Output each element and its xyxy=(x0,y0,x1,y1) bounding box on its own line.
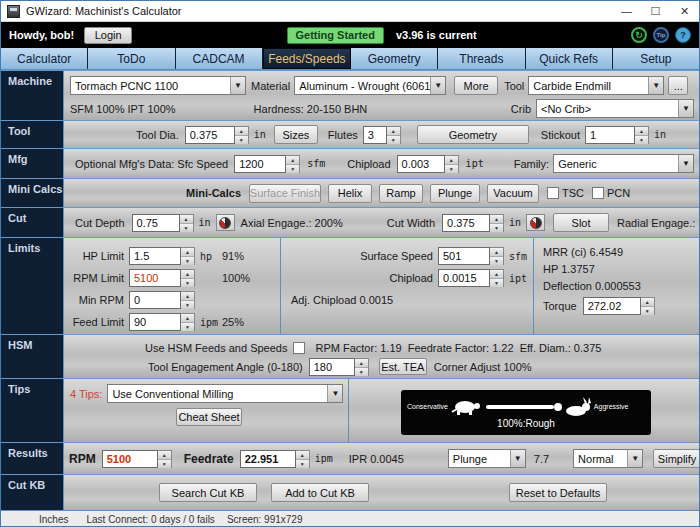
cut-width-label: Cut Width xyxy=(387,217,435,229)
sync-icon[interactable]: ↻ xyxy=(631,27,647,43)
crib-select[interactable]: <No Crib> ▼ xyxy=(536,99,694,118)
est-tea-button[interactable]: Est. TEA xyxy=(379,358,427,375)
tool-dia-input[interactable]: 0.375 xyxy=(185,126,235,144)
machine-select[interactable]: Tormach PCNC 1100 ▼ xyxy=(70,76,246,95)
flutes-input[interactable]: 3 xyxy=(363,126,387,144)
tool-select[interactable]: Carbide Endmill ▼ xyxy=(528,76,664,95)
tab-quick-refs[interactable]: Quick Refs xyxy=(526,48,613,69)
pcn-checkbox[interactable] xyxy=(592,187,604,199)
tip-select[interactable]: Use Conventional Milling ▼ xyxy=(107,384,343,403)
simplify-button[interactable]: Simplify xyxy=(653,449,700,468)
cut-width-input[interactable]: 0.375 xyxy=(442,214,490,232)
reset-defaults-button[interactable]: Reset to Defaults xyxy=(509,483,607,502)
tab-cadcam[interactable]: CADCAM xyxy=(176,48,263,69)
sizes-button[interactable]: Sizes xyxy=(274,125,318,144)
helix-button[interactable]: Helix xyxy=(328,184,372,203)
tab-geometry[interactable]: Geometry xyxy=(351,48,438,69)
aggressiveness-slider-knob[interactable] xyxy=(554,403,562,411)
stickout-input[interactable]: 1 xyxy=(585,126,635,144)
torque-stepper[interactable]: ▲▼ xyxy=(641,297,655,315)
slot-button[interactable]: Slot xyxy=(553,213,609,232)
crib-label: Crib xyxy=(511,103,531,115)
cut-depth-label: Cut Depth xyxy=(75,217,125,229)
tab-feeds-speeds[interactable]: Feeds/Speeds xyxy=(263,48,351,69)
feedrate-input[interactable]: 22.951 xyxy=(240,450,296,468)
feed-limit-input[interactable]: 90 xyxy=(129,313,181,331)
chevron-down-icon[interactable]: ▼ xyxy=(648,77,663,94)
aggressiveness-slider-track[interactable] xyxy=(486,405,554,409)
tab-threads[interactable]: Threads xyxy=(438,48,525,69)
limits-section: Limits HP Limit 1.5 ▲▼ hp 91% RPM Limit xyxy=(1,237,699,334)
status-bar: Inches Last Connect: 0 days / 0 fails Sc… xyxy=(1,510,699,527)
close-button[interactable]: ✕ xyxy=(670,1,699,21)
tab-calculator[interactable]: Calculator xyxy=(1,48,88,69)
mfg-chipload-stepper[interactable]: ▲▼ xyxy=(445,155,459,173)
chevron-down-icon[interactable]: ▼ xyxy=(627,450,642,467)
tea-input[interactable]: 180 xyxy=(309,358,355,376)
mode-select[interactable]: Plunge ▼ xyxy=(448,449,526,468)
finish-select[interactable]: Normal ▼ xyxy=(573,449,643,468)
cut-width-stepper[interactable]: ▲▼ xyxy=(490,214,504,232)
surface-speed-input[interactable]: 501 xyxy=(438,247,490,265)
hp-limit-input[interactable]: 1.5 xyxy=(129,247,181,265)
vacuum-button[interactable]: Vacuum xyxy=(487,184,539,203)
min-rpm-stepper[interactable]: ▲▼ xyxy=(181,291,195,309)
flutes-stepper[interactable]: ▲▼ xyxy=(387,126,401,144)
chevron-down-icon[interactable]: ▼ xyxy=(230,77,245,94)
mfg-chipload-input[interactable]: 0.003 xyxy=(397,155,445,173)
cut-depth-input[interactable]: 0.75 xyxy=(132,214,180,232)
tab-todo[interactable]: ToDo xyxy=(88,48,175,69)
axial-engagement-icon[interactable] xyxy=(216,214,235,231)
use-hsm-checkbox[interactable] xyxy=(293,342,305,354)
minimize-button[interactable]: — xyxy=(612,1,641,21)
deflection-text: Deflection 0.000553 xyxy=(543,278,699,295)
add-to-cut-kb-button[interactable]: Add to Cut KB xyxy=(271,483,369,502)
material-select[interactable]: Aluminum - Wrought (6061) ▼ xyxy=(294,76,446,95)
use-hsm-label: Use HSM Feeds and Speeds xyxy=(145,342,287,354)
plunge-button[interactable]: Plunge xyxy=(430,184,480,203)
cut-depth-stepper[interactable]: ▲▼ xyxy=(180,214,194,232)
tip-icon[interactable]: Tip xyxy=(653,27,669,43)
surface-speed-stepper[interactable]: ▲▼ xyxy=(490,247,504,265)
mfg-chipload-unit: ipt xyxy=(466,158,484,169)
hp-limit-stepper[interactable]: ▲▼ xyxy=(181,247,195,265)
getting-started-button[interactable]: Getting Started xyxy=(287,27,384,44)
tool-browse-button[interactable]: ... xyxy=(668,76,688,95)
maximize-button[interactable]: ☐ xyxy=(641,1,670,21)
tips-count: 4 Tips: xyxy=(70,388,102,400)
rpm-limit-input[interactable]: 5100 xyxy=(129,269,181,287)
stickout-stepper[interactable]: ▲▼ xyxy=(635,126,649,144)
surface-finish-button[interactable]: Surface Finish xyxy=(249,184,321,203)
ramp-button[interactable]: Ramp xyxy=(379,184,423,203)
login-button[interactable]: Login xyxy=(84,27,132,44)
rpm-limit-stepper[interactable]: ▲▼ xyxy=(181,269,195,287)
ipr-text: IPR 0.0045 xyxy=(349,453,404,465)
tool-dia-stepper[interactable]: ▲▼ xyxy=(235,126,249,144)
chevron-down-icon[interactable]: ▼ xyxy=(510,450,525,467)
family-select[interactable]: Generic ▼ xyxy=(553,154,694,173)
hsm-factors-text: RPM Factor: 1.19 Feedrate Factor: 1.22 E… xyxy=(315,342,601,354)
feedrate-stepper[interactable]: ▲▼ xyxy=(296,450,310,468)
rpm-result-stepper[interactable]: ▲▼ xyxy=(158,450,172,468)
radial-engagement-icon[interactable] xyxy=(526,214,545,231)
chipload-stepper[interactable]: ▲▼ xyxy=(490,269,504,287)
chevron-down-icon[interactable]: ▼ xyxy=(678,100,693,117)
chipload-input[interactable]: 0.0015 xyxy=(438,269,490,287)
rpm-result-input[interactable]: 5100 xyxy=(102,450,158,468)
geometry-button[interactable]: Geometry xyxy=(417,125,529,144)
chevron-down-icon[interactable]: ▼ xyxy=(327,385,342,402)
sfc-speed-stepper[interactable]: ▲▼ xyxy=(286,155,300,173)
torque-input[interactable]: 272.02 xyxy=(583,297,641,315)
tab-setup[interactable]: Setup xyxy=(613,48,699,69)
tsc-checkbox[interactable] xyxy=(547,187,559,199)
sfc-speed-input[interactable]: 1200 xyxy=(234,155,286,173)
search-cut-kb-button[interactable]: Search Cut KB xyxy=(159,483,257,502)
chevron-down-icon[interactable]: ▼ xyxy=(678,155,693,172)
chevron-down-icon[interactable]: ▼ xyxy=(430,77,445,94)
help-icon[interactable]: ? xyxy=(675,27,691,43)
tea-stepper[interactable]: ▲▼ xyxy=(355,358,369,376)
min-rpm-input[interactable]: 0 xyxy=(129,291,181,309)
feed-limit-stepper[interactable]: ▲▼ xyxy=(181,313,195,331)
cheat-sheet-button[interactable]: Cheat Sheet xyxy=(176,408,242,426)
more-button[interactable]: More xyxy=(454,76,498,95)
